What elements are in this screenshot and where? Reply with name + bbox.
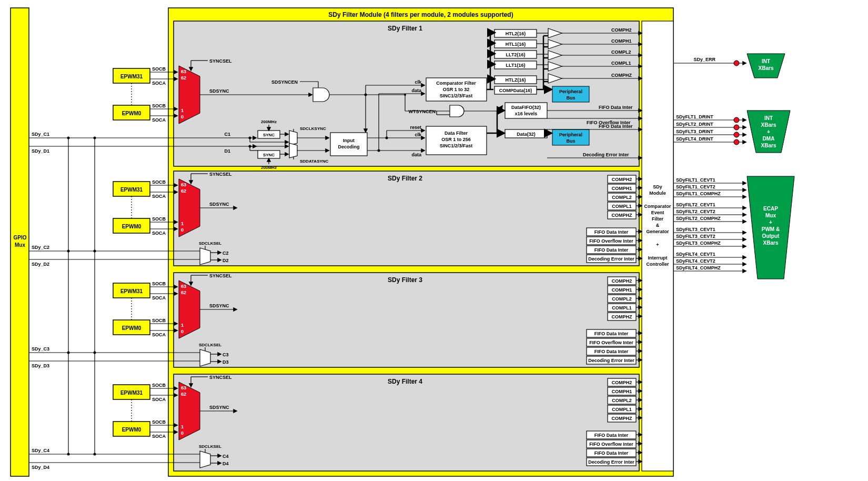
f2-mux1: 1 (181, 221, 184, 226)
f1-htl1: HTL1(16) (506, 42, 526, 47)
f2-i4: Decoding Error Inter (588, 256, 634, 262)
svg-point-213 (734, 117, 739, 123)
f1-htlz: HTLZ(16) (506, 77, 526, 83)
ecap-b: Mux (765, 213, 776, 218)
f1-cmpf3: SINC1/2/3/Fast (440, 93, 473, 98)
f2-syncsel: SYNCSEL (209, 172, 232, 177)
drint2: SDyFLT2_DRINT (676, 122, 713, 127)
f1-data32: Data(32) (517, 132, 536, 137)
f1-df1: Data Filter (445, 131, 468, 136)
f1-df3: SINC1/2/3/Fast (440, 143, 473, 148)
f2-sdsync: SDSYNC (209, 202, 229, 207)
event-t7: Generator (646, 229, 669, 234)
f1-compl1: COMPL1 (611, 61, 631, 66)
f1-pbus2b: Bus (566, 138, 575, 144)
diagram-root: GPIO Mux SDy Filter Module (4 filters pe… (0, 0, 868, 481)
f1-comphz: COMPHZ (611, 73, 632, 78)
cevt-group: SDyFILT1_CEVT1 SDyFILT1_CEVT2 SDyFILT1_C… (673, 177, 746, 271)
svg-point-44 (386, 137, 388, 139)
sdy_d1: SDy_D1 (32, 148, 49, 154)
f1-mux-0: 0 (181, 114, 184, 119)
sdy_c2: SDy_C2 (32, 245, 49, 250)
f4-epwm-lo: EPWM0 (122, 427, 142, 433)
f2-soca-hi: SOCA (152, 194, 166, 199)
f3-sdclksel: SDCLKSEL (199, 343, 221, 347)
module-title: SDy Filter Module (4 filters per module,… (328, 11, 513, 18)
f4-i3: FIFO Data Inter (594, 450, 629, 456)
drint4: SDyFLT4_DRINT (676, 136, 713, 142)
f4-socb-lo: SOCB (152, 419, 166, 425)
f1-compdata: COMPData(16) (499, 88, 532, 93)
svg-point-209 (94, 453, 96, 456)
svg-point-202 (67, 250, 70, 253)
svg-rect-98 (174, 171, 639, 266)
svg-point-211 (734, 61, 739, 66)
f1-comph1: COMPH1 (611, 38, 632, 44)
f1-fifo1: DataFIFO(32) (511, 105, 541, 110)
f1-socb-hi: SOCB (152, 66, 166, 72)
f3-o5: COMPHZ (612, 314, 632, 319)
f1-cmpf2: OSR 1 to 32 (443, 87, 470, 92)
f2-i2: FIFO Overflow Inter (589, 238, 633, 244)
svg-point-201 (67, 137, 70, 139)
f1-llt2: LLT2(16) (506, 52, 526, 57)
filter1-title: SDy Filter 1 (388, 25, 422, 32)
ecap-c: + (769, 219, 772, 225)
intdma-d: DMA (763, 136, 775, 142)
f3-o2: COMPH1 (612, 287, 632, 293)
sdy-err: SDy_ERR (693, 57, 715, 62)
f1-dec: Decoding Error Inter (583, 152, 629, 157)
f1-pbus1b: Bus (566, 95, 575, 101)
f4-mux1: 1 (181, 424, 184, 429)
intdma-b: XBars (761, 122, 776, 128)
sdy_d3: SDy_D3 (32, 363, 49, 368)
f2-i1: FIFO Data Inter (594, 229, 629, 235)
f2-d: D2 (223, 258, 229, 263)
f3-epwm-lo: EPWM0 (122, 325, 142, 331)
f2-mux62: 62 (181, 188, 186, 194)
f4-socb-hi: SOCB (152, 383, 166, 388)
event-t3: Comparator (644, 204, 671, 209)
ecap-d: PWM & (762, 226, 780, 232)
f4-o4: COMPL1 (612, 407, 632, 412)
cevt5: SDyFILT2_CEVT2 (676, 209, 715, 214)
intxb-1a: INT (762, 58, 770, 64)
ecap-a: ECAP (763, 206, 778, 212)
f1-mux-63: 63 (181, 69, 186, 74)
cevt7: SDyFILT3_CEVT1 (676, 227, 715, 232)
f1-fifo2: x16 levels (515, 111, 538, 116)
f1-cmpf1: Comparator Filter (436, 81, 476, 86)
f4-d: D4 (223, 461, 229, 466)
f4-c: C4 (223, 454, 229, 459)
svg-point-24 (249, 137, 251, 139)
sdy_c1: SDy_C1 (32, 132, 49, 137)
f2-soca-lo: SOCA (152, 231, 166, 236)
f4-soca-hi: SOCA (152, 397, 166, 402)
f2-epwm-lo: EPWM0 (122, 224, 142, 229)
cevt2: SDyFILT1_CEVT2 (676, 184, 715, 189)
f1-indec2: Decoding (338, 144, 359, 149)
f1-cmp-data: data (411, 88, 422, 93)
svg-point-204 (67, 453, 70, 456)
f3-d: D3 (223, 359, 229, 365)
svg-point-215 (734, 125, 739, 130)
f2-socb-lo: SOCB (152, 216, 166, 222)
filter3-title: SDy Filter 3 (388, 276, 422, 284)
ecap-e: Output (762, 233, 780, 239)
f2-mux63: 63 (181, 182, 186, 187)
svg-rect-130 (174, 273, 639, 367)
gpio-mux-label-1: GPIO (13, 235, 26, 241)
f1-epwm-lo: EPWM0 (122, 111, 142, 116)
svg-point-217 (734, 132, 739, 137)
cevt1: SDyFILT1_CEVT1 (676, 177, 715, 183)
f1-soca-lo: SOCA (152, 117, 166, 123)
intdma-a: INT (764, 115, 773, 121)
f1-sync-d: SYNC (263, 153, 275, 157)
f4-mux63: 63 (181, 385, 186, 390)
svg-point-207 (94, 250, 96, 253)
f1-df-reset: reset (410, 125, 421, 130)
filter-1-block: SDy Filter 1 EPWM31 EPWM0 SOCB SOCA SOCB… (29, 21, 642, 170)
svg-rect-162 (174, 374, 639, 471)
f1-mux-1: 1 (181, 108, 184, 113)
f1-llt1: LLT1(16) (506, 63, 526, 68)
